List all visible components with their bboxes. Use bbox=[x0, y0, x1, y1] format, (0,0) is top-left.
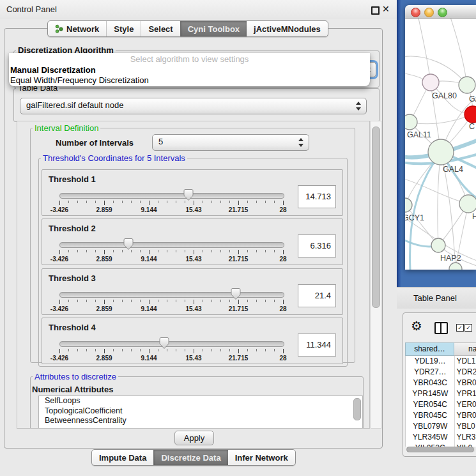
network-window-titlebar[interactable] bbox=[405, 5, 476, 19]
threshold-value-field[interactable]: 21.4 bbox=[298, 284, 336, 307]
slider-track[interactable] bbox=[59, 242, 284, 248]
slider-tick bbox=[220, 349, 221, 351]
slider-tick bbox=[104, 349, 105, 353]
slider-tick bbox=[274, 300, 275, 302]
cell-name[interactable]: YBR0 bbox=[454, 378, 476, 388]
cell-name[interactable]: YER0 bbox=[454, 399, 476, 410]
table-row[interactable]: YBL079WYBL0 bbox=[406, 421, 476, 432]
checkbox-select-icon[interactable]: ✓ bbox=[464, 324, 472, 332]
slider-tick-label: 21.715 bbox=[229, 206, 249, 213]
slider-tick bbox=[104, 250, 105, 254]
checkbox-select-icon[interactable]: ✓ bbox=[456, 324, 464, 332]
column-header-shared-name[interactable]: shared… bbox=[405, 342, 454, 356]
slider-tick-label: 15.43 bbox=[185, 355, 201, 362]
zoom-traffic-light-icon[interactable] bbox=[438, 8, 447, 17]
threshold-value-field[interactable]: 11.344 bbox=[298, 334, 336, 357]
slider-tick bbox=[220, 300, 221, 302]
close-icon[interactable]: ✕ bbox=[382, 4, 390, 14]
tab-discretize-data[interactable]: Discretize Data bbox=[153, 450, 227, 465]
cell-name[interactable]: YLR3 bbox=[454, 432, 476, 443]
slider-track[interactable] bbox=[59, 341, 284, 347]
slider-track[interactable] bbox=[59, 193, 284, 199]
horizontal-scrollbar[interactable] bbox=[406, 447, 475, 452]
settings-scroll-area: Interval Definition Number of Intervals … bbox=[17, 121, 370, 429]
slider-tick bbox=[68, 250, 69, 252]
horizontal-scrollbar-thumb[interactable] bbox=[406, 447, 474, 452]
slider-thumb[interactable] bbox=[123, 238, 134, 250]
slider-tick bbox=[256, 250, 257, 252]
numerical-attributes-list[interactable]: SelfLoopsTopologicalCoefficientBetweenne… bbox=[38, 395, 363, 429]
dropdown-option-manual-discretization[interactable]: Manual Discretization bbox=[10, 65, 96, 75]
cell-shared-name[interactable]: YER054C bbox=[406, 399, 454, 410]
list-item[interactable]: TopologicalCoefficient bbox=[39, 406, 362, 417]
tab-infer-network[interactable]: Infer Network bbox=[228, 450, 295, 465]
apply-button[interactable]: Apply bbox=[174, 431, 214, 445]
table-data-combo[interactable]: galFiltered.sif default node bbox=[20, 98, 367, 114]
table-row[interactable]: YBR045CYBR0 bbox=[406, 410, 476, 421]
cell-shared-name[interactable]: YBR043C bbox=[406, 378, 454, 388]
cell-name[interactable]: YDL1 bbox=[454, 356, 476, 367]
close-traffic-light-icon[interactable] bbox=[411, 8, 420, 17]
slider-tick bbox=[203, 300, 203, 302]
tab-style[interactable]: Style bbox=[106, 21, 141, 36]
table-row[interactable]: YDL19…YDL1 bbox=[406, 356, 476, 367]
tab-network[interactable]: Network bbox=[48, 21, 106, 36]
svg-text:HAP2: HAP2 bbox=[440, 254, 461, 263]
list-scrollbar-thumb[interactable] bbox=[353, 398, 361, 420]
combo-stepper-icon bbox=[355, 102, 361, 111]
cell-shared-name[interactable]: YDL19… bbox=[406, 356, 454, 367]
slider-thumb[interactable] bbox=[183, 188, 194, 201]
tab-label: Discretize Data bbox=[161, 453, 220, 463]
table-row[interactable]: YER054CYER0 bbox=[406, 399, 476, 410]
table-row[interactable]: YBR043CYBR0 bbox=[406, 378, 476, 388]
tab-jactivemnodules[interactable]: jActiveMNodules bbox=[247, 21, 328, 36]
list-item[interactable]: BetweennessCentrality bbox=[39, 416, 362, 426]
columns-icon[interactable] bbox=[434, 322, 448, 334]
slider-tick bbox=[122, 201, 123, 203]
cell-shared-name[interactable]: YPR145W bbox=[406, 388, 454, 399]
slider-tick bbox=[77, 201, 78, 203]
list-item[interactable]: SelfLoops bbox=[39, 396, 362, 406]
table-row[interactable]: YLR345WYLR3 bbox=[406, 432, 476, 443]
network-canvas[interactable]: GAL80GACGAL11GAL4GCY1HHAP2 bbox=[405, 19, 476, 270]
cell-name[interactable]: YBL0 bbox=[454, 421, 476, 432]
minimize-traffic-light-icon[interactable] bbox=[424, 8, 434, 17]
slider-tick bbox=[274, 349, 275, 351]
cyni-toolbox-panel: Discretization Algorithm Select algorith… bbox=[4, 28, 383, 449]
vertical-scrollbar[interactable] bbox=[370, 121, 382, 429]
table-row[interactable]: YPR145WYPR1 bbox=[406, 388, 476, 399]
tab-select[interactable]: Select bbox=[141, 21, 180, 36]
number-of-intervals-combo[interactable]: 5 bbox=[152, 134, 309, 151]
cell-shared-name[interactable]: YLR345W bbox=[406, 432, 454, 443]
slider-tick-label: 21.715 bbox=[229, 305, 249, 312]
cell-shared-name[interactable]: YBL079W bbox=[406, 421, 454, 432]
threshold-value-field[interactable]: 6.316 bbox=[298, 234, 336, 257]
number-of-intervals-label: Number of Intervals bbox=[56, 138, 134, 148]
slider-thumb[interactable] bbox=[159, 337, 169, 349]
slider-tick bbox=[274, 250, 275, 252]
cell-shared-name[interactable]: YDR27… bbox=[406, 367, 454, 378]
table-row[interactable]: YDR27…YDR2 bbox=[406, 367, 476, 378]
tab-label: Select bbox=[148, 24, 173, 34]
slider-tick bbox=[167, 250, 167, 252]
column-header-name[interactable]: na bbox=[454, 342, 476, 356]
dropdown-option-equal-width-frequency[interactable]: Equal Width/Frequency Discretization bbox=[10, 75, 149, 85]
slider-tick bbox=[95, 300, 96, 302]
group-title-interval-definition: Interval Definition bbox=[33, 123, 100, 133]
tab-impute-data[interactable]: Impute Data bbox=[92, 450, 153, 465]
svg-text:GAL80: GAL80 bbox=[432, 91, 457, 100]
cell-name[interactable]: YDR2 bbox=[454, 367, 476, 378]
slider-thumb[interactable] bbox=[231, 288, 241, 300]
cell-name[interactable]: YPR1 bbox=[454, 388, 476, 399]
slider-tick-label: 2.859 bbox=[96, 305, 112, 312]
threshold-value-field[interactable]: 14.713 bbox=[298, 185, 336, 208]
slider-tick-label: 28 bbox=[279, 256, 286, 263]
cell-shared-name[interactable]: YBR045C bbox=[406, 410, 454, 421]
slider-tick bbox=[86, 250, 87, 252]
cell-name[interactable]: YBR0 bbox=[454, 410, 476, 421]
vertical-scrollbar-thumb[interactable] bbox=[372, 127, 380, 308]
gear-icon[interactable]: ⚙ bbox=[411, 318, 422, 334]
slider-track[interactable] bbox=[59, 292, 284, 298]
float-window-icon[interactable] bbox=[371, 6, 380, 15]
tab-cyni-toolbox[interactable]: Cyni Toolbox bbox=[180, 21, 247, 36]
